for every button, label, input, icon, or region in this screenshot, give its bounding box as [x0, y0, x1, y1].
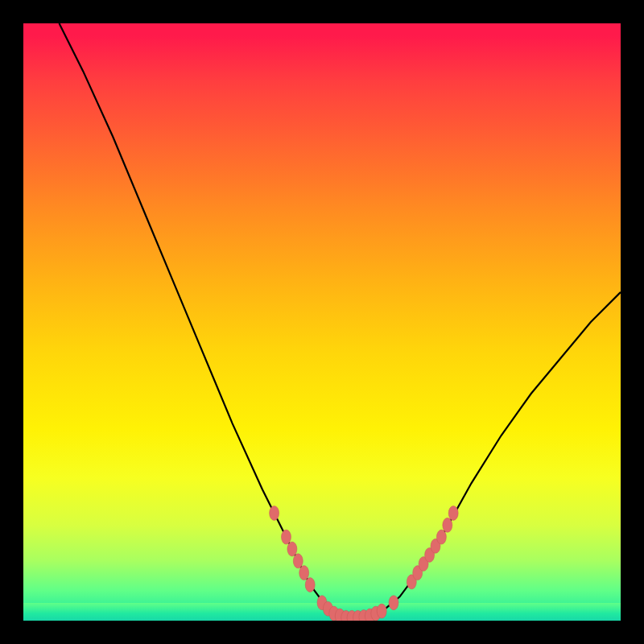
- curve-marker: [299, 566, 309, 580]
- curve-marker: [448, 506, 458, 520]
- curve-marker: [377, 604, 386, 618]
- curve-marker: [270, 506, 279, 520]
- curve-marker: [293, 554, 303, 568]
- curve-marker: [436, 530, 446, 544]
- curve-marker: [389, 596, 398, 610]
- watermark-text: TheBottleneck.com: [473, 3, 636, 24]
- chart-container: TheBottleneck.com: [0, 0, 644, 644]
- curve-marker: [287, 542, 297, 556]
- curve-marker: [443, 518, 452, 532]
- curve-svg: [23, 23, 621, 621]
- bottleneck-curve: [60, 23, 621, 617]
- plot-area: [23, 23, 621, 621]
- curve-marker: [282, 530, 291, 544]
- marker-group: [270, 506, 459, 621]
- curve-marker: [305, 578, 315, 592]
